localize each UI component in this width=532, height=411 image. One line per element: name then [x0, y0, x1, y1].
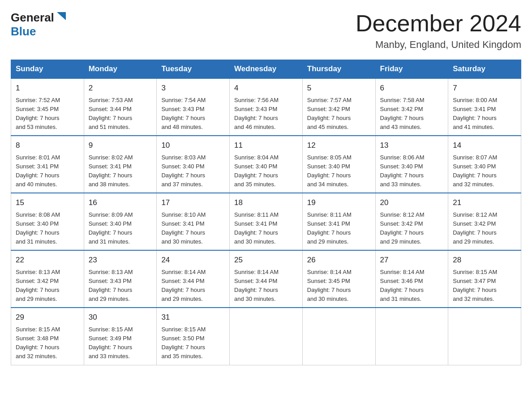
page-header: General Blue December 2024 Manby, Englan… [11, 11, 521, 51]
day-number: 25 [234, 254, 298, 266]
calendar-title: December 2024 [356, 11, 521, 36]
day-number: 5 [307, 82, 371, 94]
day-number: 13 [380, 140, 444, 151]
col-tuesday: Tuesday [157, 60, 230, 79]
day-number: 4 [234, 82, 298, 94]
day-number: 31 [161, 312, 225, 323]
day-info: Sunrise: 8:15 AM Sunset: 3:50 PM Dayligh… [161, 325, 225, 361]
calendar-day-cell [375, 308, 448, 365]
day-info: Sunrise: 8:11 AM Sunset: 3:41 PM Dayligh… [234, 210, 298, 247]
day-info: Sunrise: 8:14 AM Sunset: 3:45 PM Dayligh… [307, 268, 371, 304]
calendar-day-cell: 27 Sunrise: 8:14 AM Sunset: 3:46 PM Dayl… [375, 250, 448, 308]
calendar-day-cell: 8 Sunrise: 8:01 AM Sunset: 3:41 PM Dayli… [11, 136, 84, 193]
calendar-day-cell: 3 Sunrise: 7:54 AM Sunset: 3:43 PM Dayli… [157, 78, 230, 136]
calendar-day-cell: 6 Sunrise: 7:58 AM Sunset: 3:42 PM Dayli… [375, 78, 448, 136]
calendar-day-cell: 25 Sunrise: 8:14 AM Sunset: 3:44 PM Dayl… [230, 250, 303, 308]
day-info: Sunrise: 7:52 AM Sunset: 3:45 PM Dayligh… [16, 96, 79, 132]
col-saturday: Saturday [448, 60, 521, 79]
day-number: 16 [89, 197, 152, 209]
day-info: Sunrise: 8:00 AM Sunset: 3:41 PM Dayligh… [453, 96, 516, 132]
day-number: 29 [16, 312, 79, 323]
day-info: Sunrise: 8:11 AM Sunset: 3:41 PM Dayligh… [307, 210, 371, 247]
calendar-day-cell: 1 Sunrise: 7:52 AM Sunset: 3:45 PM Dayli… [11, 78, 84, 136]
day-info: Sunrise: 8:04 AM Sunset: 3:40 PM Dayligh… [234, 153, 298, 189]
day-number: 6 [380, 82, 444, 94]
day-info: Sunrise: 8:14 AM Sunset: 3:46 PM Dayligh… [380, 268, 444, 304]
logo-triangle-icon [55, 10, 68, 23]
day-info: Sunrise: 7:53 AM Sunset: 3:44 PM Dayligh… [89, 96, 152, 132]
day-number: 8 [16, 140, 79, 151]
calendar-day-cell: 29 Sunrise: 8:15 AM Sunset: 3:48 PM Dayl… [11, 308, 84, 365]
calendar-day-cell [448, 308, 521, 365]
day-number: 3 [161, 82, 225, 94]
day-number: 24 [161, 254, 225, 266]
calendar-week-row: 8 Sunrise: 8:01 AM Sunset: 3:41 PM Dayli… [11, 136, 521, 193]
day-info: Sunrise: 8:01 AM Sunset: 3:41 PM Dayligh… [16, 153, 79, 189]
day-info: Sunrise: 8:07 AM Sunset: 3:40 PM Dayligh… [453, 153, 516, 189]
day-info: Sunrise: 8:03 AM Sunset: 3:40 PM Dayligh… [161, 153, 225, 189]
day-info: Sunrise: 7:57 AM Sunset: 3:42 PM Dayligh… [307, 96, 371, 132]
calendar-day-cell: 16 Sunrise: 8:09 AM Sunset: 3:40 PM Dayl… [84, 193, 157, 250]
logo-blue: Blue [11, 25, 36, 38]
calendar-day-cell: 18 Sunrise: 8:11 AM Sunset: 3:41 PM Dayl… [230, 193, 303, 250]
day-info: Sunrise: 8:15 AM Sunset: 3:48 PM Dayligh… [16, 325, 79, 361]
day-number: 21 [453, 197, 516, 209]
day-number: 10 [161, 140, 225, 151]
day-number: 27 [380, 254, 444, 266]
day-number: 19 [307, 197, 371, 209]
day-info: Sunrise: 7:58 AM Sunset: 3:42 PM Dayligh… [380, 96, 444, 132]
calendar-day-cell: 24 Sunrise: 8:14 AM Sunset: 3:44 PM Dayl… [157, 250, 230, 308]
day-number: 22 [16, 254, 79, 266]
calendar-day-cell: 30 Sunrise: 8:15 AM Sunset: 3:49 PM Dayl… [84, 308, 157, 365]
svg-marker-0 [57, 12, 66, 20]
day-info: Sunrise: 8:14 AM Sunset: 3:44 PM Dayligh… [161, 268, 225, 304]
day-info: Sunrise: 7:56 AM Sunset: 3:43 PM Dayligh… [234, 96, 298, 132]
day-info: Sunrise: 8:14 AM Sunset: 3:44 PM Dayligh… [234, 268, 298, 304]
day-number: 2 [89, 82, 152, 94]
calendar-day-cell: 17 Sunrise: 8:10 AM Sunset: 3:41 PM Dayl… [157, 193, 230, 250]
day-number: 12 [307, 140, 371, 151]
calendar-week-row: 15 Sunrise: 8:08 AM Sunset: 3:40 PM Dayl… [11, 193, 521, 250]
calendar-week-row: 22 Sunrise: 8:13 AM Sunset: 3:42 PM Dayl… [11, 250, 521, 308]
calendar-day-cell: 11 Sunrise: 8:04 AM Sunset: 3:40 PM Dayl… [230, 136, 303, 193]
title-section: December 2024 Manby, England, United Kin… [356, 11, 521, 51]
calendar-day-cell: 4 Sunrise: 7:56 AM Sunset: 3:43 PM Dayli… [230, 78, 303, 136]
day-number: 18 [234, 197, 298, 209]
calendar-day-cell [302, 308, 375, 365]
calendar-day-cell: 21 Sunrise: 8:12 AM Sunset: 3:42 PM Dayl… [448, 193, 521, 250]
day-number: 14 [453, 140, 516, 151]
calendar-day-cell: 26 Sunrise: 8:14 AM Sunset: 3:45 PM Dayl… [302, 250, 375, 308]
day-number: 7 [453, 82, 516, 94]
calendar-day-cell: 12 Sunrise: 8:05 AM Sunset: 3:40 PM Dayl… [302, 136, 375, 193]
day-info: Sunrise: 8:06 AM Sunset: 3:40 PM Dayligh… [380, 153, 444, 189]
day-info: Sunrise: 7:54 AM Sunset: 3:43 PM Dayligh… [161, 96, 225, 132]
day-info: Sunrise: 8:13 AM Sunset: 3:42 PM Dayligh… [16, 268, 79, 304]
calendar-day-cell: 23 Sunrise: 8:13 AM Sunset: 3:43 PM Dayl… [84, 250, 157, 308]
day-number: 1 [16, 82, 79, 94]
calendar-day-cell: 28 Sunrise: 8:15 AM Sunset: 3:47 PM Dayl… [448, 250, 521, 308]
day-info: Sunrise: 8:05 AM Sunset: 3:40 PM Dayligh… [307, 153, 371, 189]
calendar-day-cell: 7 Sunrise: 8:00 AM Sunset: 3:41 PM Dayli… [448, 78, 521, 136]
day-info: Sunrise: 8:02 AM Sunset: 3:41 PM Dayligh… [89, 153, 152, 189]
day-number: 23 [89, 254, 152, 266]
col-thursday: Thursday [302, 60, 375, 79]
calendar-day-cell: 31 Sunrise: 8:15 AM Sunset: 3:50 PM Dayl… [157, 308, 230, 365]
calendar-day-cell: 5 Sunrise: 7:57 AM Sunset: 3:42 PM Dayli… [302, 78, 375, 136]
calendar-header-row: Sunday Monday Tuesday Wednesday Thursday… [11, 60, 521, 79]
calendar-day-cell: 20 Sunrise: 8:12 AM Sunset: 3:42 PM Dayl… [375, 193, 448, 250]
day-info: Sunrise: 8:08 AM Sunset: 3:40 PM Dayligh… [16, 210, 79, 247]
calendar-week-row: 29 Sunrise: 8:15 AM Sunset: 3:48 PM Dayl… [11, 308, 521, 365]
col-wednesday: Wednesday [230, 60, 303, 79]
col-friday: Friday [375, 60, 448, 79]
day-info: Sunrise: 8:13 AM Sunset: 3:43 PM Dayligh… [89, 268, 152, 304]
day-info: Sunrise: 8:12 AM Sunset: 3:42 PM Dayligh… [380, 210, 444, 247]
day-number: 30 [89, 312, 152, 323]
calendar-day-cell: 9 Sunrise: 8:02 AM Sunset: 3:41 PM Dayli… [84, 136, 157, 193]
calendar-day-cell: 10 Sunrise: 8:03 AM Sunset: 3:40 PM Dayl… [157, 136, 230, 193]
day-info: Sunrise: 8:12 AM Sunset: 3:42 PM Dayligh… [453, 210, 516, 247]
col-monday: Monday [84, 60, 157, 79]
day-number: 11 [234, 140, 298, 151]
logo: General Blue [11, 11, 68, 39]
calendar-day-cell: 15 Sunrise: 8:08 AM Sunset: 3:40 PM Dayl… [11, 193, 84, 250]
calendar-day-cell [230, 308, 303, 365]
